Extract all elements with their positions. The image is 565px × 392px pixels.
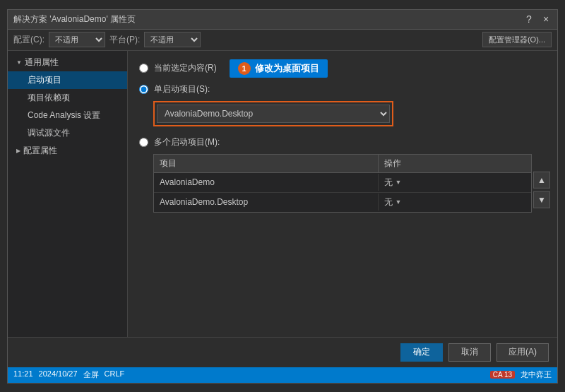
cell-action-1: 无 ▼ <box>379 173 531 192</box>
status-bar: 11:21 2024/10/27 全屏 CRLF CA 13 龙中弈王 <box>8 367 557 383</box>
banner-circle: 1 <box>238 62 251 75</box>
status-line-ending: CRLF <box>105 369 125 380</box>
status-encoding: 全屏 <box>83 369 99 380</box>
code-analysis-label: CA <box>493 371 502 379</box>
code-analysis-badge: CA 13 <box>490 371 515 379</box>
sidebar-item-debug-sources[interactable]: 调试源文件 <box>8 124 127 142</box>
title-bar: 解决方案 'AvaloniaDemo' 属性页 ? × <box>8 10 557 30</box>
arrow-down-button[interactable]: ▼ <box>533 191 550 208</box>
header-action: 操作 <box>379 155 531 172</box>
config-select[interactable]: 不适用 <box>49 32 105 47</box>
status-right: CA 13 龙中弈王 <box>490 369 552 380</box>
sidebar-code-analysis-label: Code Analysis 设置 <box>28 110 100 120</box>
dialog-title: 解决方案 'AvaloniaDemo' 属性页 <box>13 13 136 25</box>
status-date: 2024/10/27 <box>39 369 78 380</box>
user-badge: 龙中弈王 <box>521 369 552 380</box>
sidebar-item-general[interactable]: ▼ 通用属性 <box>8 54 127 71</box>
current-selection-radio[interactable] <box>139 64 148 73</box>
sidebar-debug-sources-label: 调试源文件 <box>28 128 70 138</box>
single-startup-select[interactable]: AvaloniaDemo AvaloniaDemo.Desktop <box>157 105 390 123</box>
multiple-startup-section: 多个启动项目(M): 项目 操作 AvaloniaDemo 无 ▼ <box>139 136 546 213</box>
toolbar: 配置(C): 不适用 平台(P): 不适用 配置管理器(O)... <box>8 30 557 51</box>
multiple-startup-radio[interactable] <box>139 138 148 147</box>
multiple-startup-label[interactable]: 多个启动项目(M): <box>154 136 220 148</box>
sidebar-general-label: 通用属性 <box>25 57 59 69</box>
sidebar-dependencies-label: 项目依赖项 <box>28 93 70 102</box>
sidebar-item-startup[interactable]: 启动项目 <box>8 71 127 89</box>
cell-project-1: AvaloniaDemo <box>154 174 379 191</box>
sidebar-startup-label: 启动项目 <box>28 75 61 85</box>
arrow-up-button[interactable]: ▲ <box>533 172 550 189</box>
current-selection-label[interactable]: 当前选定内容(R) <box>154 62 217 74</box>
properties-dialog: 解决方案 'AvaloniaDemo' 属性页 ? × 配置(C): 不适用 平… <box>7 9 558 384</box>
multiple-startup-table: 项目 操作 AvaloniaDemo 无 ▼ AvaloniaDemo.Desk… <box>153 154 532 213</box>
cell-project-2: AvaloniaDemo.Desktop <box>154 194 379 210</box>
footer: 确定 取消 应用(A) <box>8 337 557 367</box>
sidebar-item-dependencies[interactable]: 项目依赖项 <box>8 89 127 107</box>
action-chevron-1: ▼ <box>396 179 402 186</box>
multiple-startup-row: 多个启动项目(M): <box>139 136 546 148</box>
close-button[interactable]: × <box>540 13 552 25</box>
current-selection-row: 当前选定内容(R) 1 修改为桌面项目 <box>139 59 546 78</box>
sidebar-config-label: 配置属性 <box>23 145 57 157</box>
cell-action-2: 无 ▼ <box>379 193 531 212</box>
table-header: 项目 操作 <box>154 155 531 173</box>
config-manager-button[interactable]: 配置管理器(O)... <box>482 32 552 47</box>
cancel-button[interactable]: 取消 <box>448 343 491 362</box>
action-value-2: 无 <box>384 196 393 208</box>
content-area: ▼ 通用属性 启动项目 项目依赖项 Code Analysis 设置 调试源文件… <box>8 51 557 337</box>
table-row[interactable]: AvaloniaDemo.Desktop 无 ▼ <box>154 193 531 212</box>
main-panel: 当前选定内容(R) 1 修改为桌面项目 单启动项目(S): AvaloniaDe… <box>128 51 557 337</box>
sidebar-item-config[interactable]: ▶ 配置属性 <box>8 142 127 160</box>
title-controls: ? × <box>523 13 552 25</box>
single-startup-radio[interactable] <box>139 85 148 94</box>
expand-icon-2: ▶ <box>16 148 20 154</box>
action-value-1: 无 <box>384 177 393 189</box>
config-label: 配置(C): <box>13 34 44 46</box>
platform-select[interactable]: 不适用 <box>144 32 201 47</box>
expand-icon: ▼ <box>16 59 22 66</box>
single-startup-label[interactable]: 单启动项目(S): <box>154 83 210 95</box>
sidebar: ▼ 通用属性 启动项目 项目依赖项 Code Analysis 设置 调试源文件… <box>8 51 128 337</box>
single-startup-section: 单启动项目(S): AvaloniaDemo AvaloniaDemo.Desk… <box>139 83 546 126</box>
help-button[interactable]: ? <box>523 13 535 25</box>
platform-label: 平台(P): <box>109 34 140 46</box>
apply-button[interactable]: 应用(A) <box>496 343 549 362</box>
code-analysis-count: 13 <box>504 371 512 379</box>
confirm-button[interactable]: 确定 <box>400 343 443 362</box>
banner-text: 修改为桌面项目 <box>255 62 319 75</box>
action-chevron-2: ▼ <box>396 198 402 206</box>
modify-banner: 1 修改为桌面项目 <box>230 59 328 78</box>
table-row[interactable]: AvaloniaDemo 无 ▼ <box>154 173 531 193</box>
sidebar-item-code-analysis[interactable]: Code Analysis 设置 <box>8 107 127 124</box>
single-startup-row: 单启动项目(S): <box>139 83 546 95</box>
status-time: 11:21 <box>13 369 33 380</box>
header-project: 项目 <box>154 155 379 172</box>
status-left: 11:21 2024/10/27 全屏 CRLF <box>13 369 124 380</box>
side-arrows: ▲ ▼ <box>533 172 550 208</box>
single-startup-dropdown-box: AvaloniaDemo AvaloniaDemo.Desktop <box>153 101 393 126</box>
